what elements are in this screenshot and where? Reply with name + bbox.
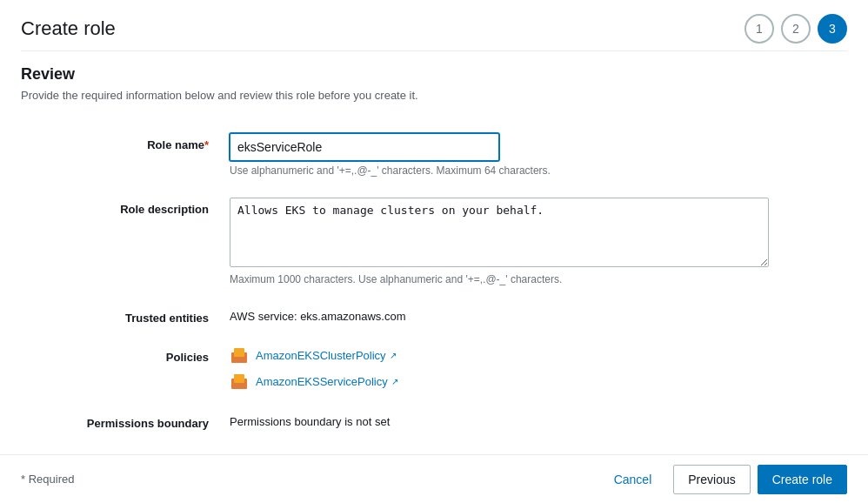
policies-row: Policies AmazonEKSClusterPolicy ↗	[21, 335, 847, 401]
trusted-entities-row: Trusted entities AWS service: eks.amazon…	[21, 296, 847, 335]
step-1: 1	[744, 14, 774, 44]
section-title: Review	[21, 65, 847, 84]
header-divider	[21, 50, 847, 51]
create-role-button[interactable]: Create role	[758, 465, 847, 494]
section-description: Provide the required information below a…	[21, 89, 847, 102]
permissions-boundary-content: Permissions boundary is not set	[230, 412, 847, 428]
policies-label: Policies	[21, 345, 230, 364]
policies-content: AmazonEKSClusterPolicy ↗ AmazonEKSServic…	[230, 345, 847, 391]
cancel-button[interactable]: Cancel	[599, 465, 667, 494]
footer-buttons: Cancel Previous Create role	[599, 465, 847, 494]
trusted-entities-content: AWS service: eks.amazonaws.com	[230, 306, 847, 323]
role-name-row: Role name* Use alphanumeric and '+=,.@-_…	[21, 123, 847, 187]
step-3: 3	[818, 14, 847, 44]
previous-button[interactable]: Previous	[673, 465, 750, 494]
permissions-boundary-row: Permissions boundary Permissions boundar…	[21, 401, 847, 440]
role-description-label: Role description	[21, 198, 230, 216]
page-title: Create role	[21, 17, 116, 40]
role-name-content: Use alphanumeric and '+=,.@-_' character…	[230, 133, 847, 177]
policy-box-icon-2	[230, 372, 249, 391]
external-link-icon-2: ↗	[391, 377, 398, 386]
form-section: Role name* Use alphanumeric and '+=,.@-_…	[21, 123, 847, 440]
policy-item-1: AmazonEKSClusterPolicy ↗	[230, 345, 847, 365]
policy-link-1[interactable]: AmazonEKSClusterPolicy ↗	[256, 349, 397, 362]
role-description-content: Allows EKS to manage clusters on your be…	[230, 198, 847, 285]
policy-link-2[interactable]: AmazonEKSServicePolicy ↗	[256, 375, 398, 388]
step-2: 2	[781, 14, 811, 44]
role-name-hint: Use alphanumeric and '+=,.@-_' character…	[230, 164, 847, 177]
trusted-entities-value: AWS service: eks.amazonaws.com	[230, 306, 847, 323]
policies-list: AmazonEKSClusterPolicy ↗ AmazonEKSServic…	[230, 345, 847, 391]
external-link-icon-1: ↗	[390, 351, 397, 360]
trusted-entities-label: Trusted entities	[21, 306, 230, 325]
header-row: Create role 1 2 3	[21, 14, 847, 44]
svg-rect-3	[234, 374, 244, 383]
role-name-input[interactable]	[230, 133, 499, 161]
role-name-label: Role name*	[21, 133, 230, 151]
role-description-input[interactable]: Allows EKS to manage clusters on your be…	[230, 198, 769, 267]
permissions-boundary-label: Permissions boundary	[21, 412, 230, 430]
svg-rect-1	[234, 348, 244, 357]
step-indicators: 1 2 3	[744, 14, 847, 44]
required-asterisk: *	[204, 138, 209, 151]
policy-item-2: AmazonEKSServicePolicy ↗	[230, 372, 847, 391]
required-note: * Required	[21, 473, 74, 486]
policy-box-icon-1	[230, 345, 249, 365]
page-wrapper: Create role 1 2 3 Review Provide the req…	[0, 0, 868, 440]
role-description-row: Role description Allows EKS to manage cl…	[21, 187, 847, 296]
footer: * Required Cancel Previous Create role	[0, 454, 868, 503]
role-description-hint: Maximum 1000 characters. Use alphanumeri…	[230, 273, 847, 285]
permissions-boundary-value: Permissions boundary is not set	[230, 412, 847, 428]
